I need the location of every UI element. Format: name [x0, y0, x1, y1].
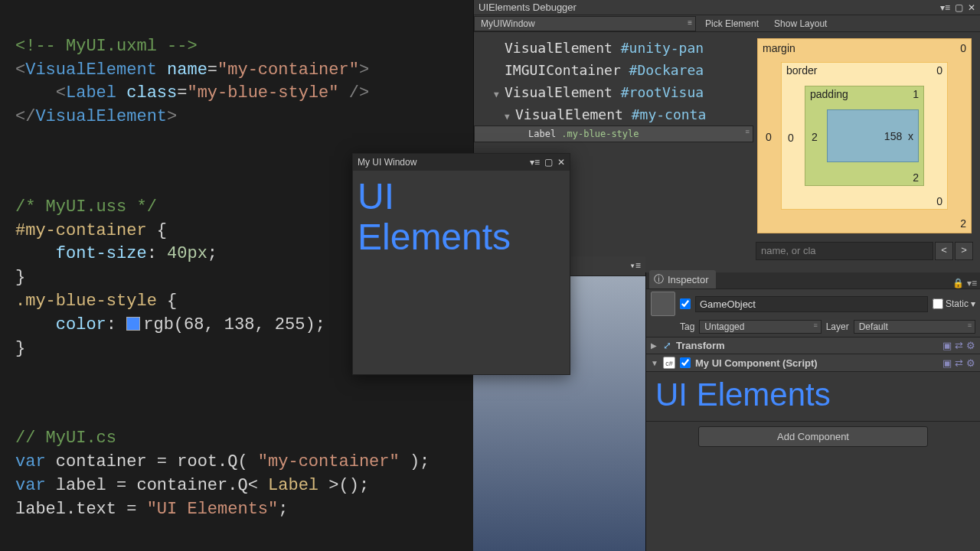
context-icon[interactable]: ▾≡: [940, 2, 950, 13]
debugger-titlebar[interactable]: UIElements Debugger ▾≡ ▢ ✕: [474, 0, 980, 15]
script-icon: c#: [663, 357, 675, 369]
transform-icon: ⤢: [663, 340, 671, 351]
tree-row[interactable]: ▼VisualElement #my-conta: [474, 103, 753, 126]
layer-label: Layer: [826, 321, 849, 332]
prev-button[interactable]: <: [935, 242, 953, 260]
debugger-toolbar: MyUIWindow Pick Element Show Layout: [474, 15, 980, 32]
window-title: My UI Window: [358, 157, 416, 168]
context-icon[interactable]: ▾≡: [967, 278, 977, 289]
preset-icon[interactable]: ⇄: [955, 357, 963, 369]
lock-icon[interactable]: 🔒: [952, 278, 964, 289]
tree-row[interactable]: ▼VisualElement #rootVisua: [474, 81, 753, 103]
context-icon[interactable]: ▾≡: [530, 157, 540, 168]
add-component-button[interactable]: Add Component: [698, 426, 928, 447]
search-input[interactable]: name, or cla: [756, 242, 933, 260]
debugger-title: UIElements Debugger: [479, 2, 577, 13]
next-button[interactable]: >: [955, 242, 973, 260]
layer-dropdown[interactable]: Default: [854, 320, 975, 334]
myui-titlebar[interactable]: My UI Window ▾≡ ▢ ✕: [353, 154, 570, 171]
window-dropdown[interactable]: MyUIWindow: [474, 16, 696, 31]
element-tree[interactable]: VisualElement #unity-pan IMGUIContainer …: [474, 34, 753, 145]
show-layout-button[interactable]: Show Layout: [766, 17, 835, 31]
maximize-icon[interactable]: ▢: [955, 2, 963, 13]
padding-label: padding: [810, 88, 848, 100]
fold-icon[interactable]: ▼: [651, 359, 658, 367]
maximize-icon[interactable]: ▢: [544, 157, 553, 168]
active-checkbox[interactable]: [680, 298, 691, 309]
fold-icon[interactable]: ▶: [651, 341, 658, 350]
close-icon[interactable]: ✕: [557, 157, 565, 168]
pick-element-button[interactable]: Pick Element: [697, 17, 766, 31]
margin-label: margin: [763, 42, 795, 54]
tree-row[interactable]: VisualElement #unity-pan: [474, 37, 753, 59]
my-ui-window[interactable]: My UI Window ▾≡ ▢ ✕ UI Elements: [352, 153, 570, 375]
tree-row-selected[interactable]: Label .my-blue-style: [474, 126, 753, 142]
tree-row[interactable]: IMGUIContainer #Dockarea: [474, 59, 753, 81]
info-icon: ⓘ: [654, 272, 664, 286]
gameobject-name-input[interactable]: [695, 296, 928, 312]
tag-label: Tag: [680, 321, 694, 332]
component-enabled-checkbox[interactable]: [680, 357, 691, 368]
context-icon[interactable]: ▾≡: [630, 260, 641, 272]
script-component[interactable]: ▼ c# My UI Component (Script) ▣ ⇄ ⚙: [646, 354, 980, 372]
myui-label: UI Elements: [353, 171, 570, 264]
custom-inspector-label: UI Elements: [646, 372, 980, 421]
static-toggle[interactable]: Static ▾: [933, 298, 975, 309]
content-box: 158 x: [827, 109, 919, 162]
gameobject-icon[interactable]: [651, 292, 675, 316]
help-icon[interactable]: ▣: [942, 357, 952, 369]
box-model-diagram: margin 0 0 2 border 0 0 0 padding 1 2 2 …: [757, 38, 972, 233]
preset-icon[interactable]: ⇄: [955, 340, 963, 351]
gear-icon[interactable]: ⚙: [966, 357, 975, 369]
help-icon[interactable]: ▣: [942, 340, 952, 351]
color-swatch: [126, 317, 140, 331]
inspector-tab[interactable]: ⓘ Inspector: [649, 270, 716, 289]
gameobject-header: Static ▾: [646, 289, 980, 318]
gear-icon[interactable]: ⚙: [966, 340, 975, 351]
border-label: border: [786, 64, 817, 77]
tag-dropdown[interactable]: Untagged: [699, 320, 821, 334]
close-icon[interactable]: ✕: [968, 2, 975, 13]
transform-component[interactable]: ▶ ⤢ Transform ▣ ⇄ ⚙: [646, 337, 980, 354]
inspector-panel: ⓘ Inspector 🔒 ▾≡ Static ▾ Tag Untagged L…: [645, 272, 980, 551]
search-row: name, or cla < >: [756, 242, 973, 260]
